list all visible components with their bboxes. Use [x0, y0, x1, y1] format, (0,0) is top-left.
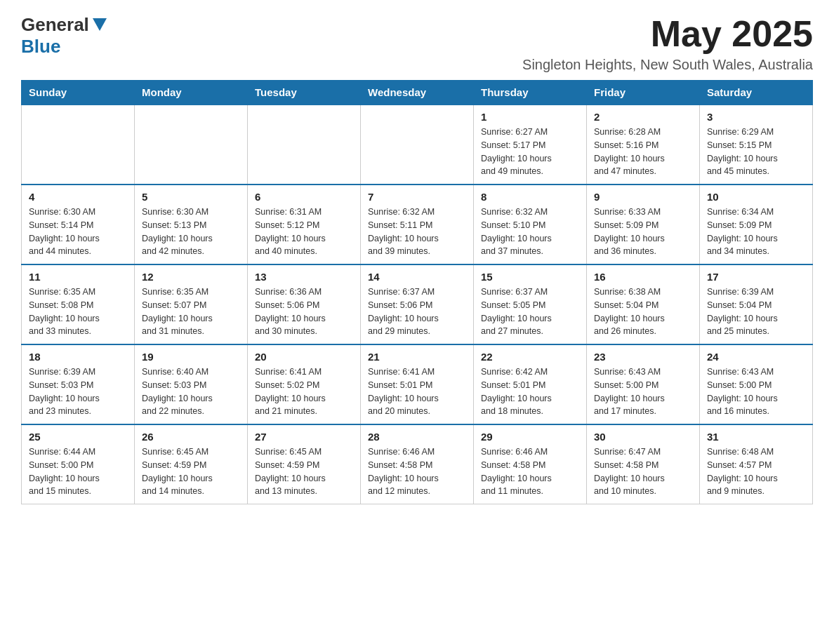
calendar-day-cell: 25Sunrise: 6:44 AMSunset: 5:00 PMDayligh… [22, 424, 135, 504]
calendar-day-cell: 5Sunrise: 6:30 AMSunset: 5:13 PMDaylight… [135, 185, 248, 264]
calendar-day-cell [361, 105, 474, 185]
calendar-day-cell: 24Sunrise: 6:43 AMSunset: 5:00 PMDayligh… [700, 344, 813, 424]
day-info: Sunrise: 6:35 AMSunset: 5:08 PMDaylight:… [29, 286, 127, 338]
calendar-week-row: 11Sunrise: 6:35 AMSunset: 5:08 PMDayligh… [22, 264, 813, 344]
day-info: Sunrise: 6:27 AMSunset: 5:17 PMDaylight:… [481, 126, 579, 178]
day-number: 14 [368, 271, 466, 283]
day-number: 8 [481, 191, 579, 203]
calendar-day-cell: 31Sunrise: 6:48 AMSunset: 4:57 PMDayligh… [700, 424, 813, 504]
day-number: 20 [255, 351, 353, 363]
calendar-day-cell: 28Sunrise: 6:46 AMSunset: 4:58 PMDayligh… [361, 424, 474, 504]
day-number: 29 [481, 431, 579, 443]
calendar-day-cell [248, 105, 361, 185]
calendar-week-row: 1Sunrise: 6:27 AMSunset: 5:17 PMDaylight… [22, 105, 813, 185]
calendar-day-cell: 7Sunrise: 6:32 AMSunset: 5:11 PMDaylight… [361, 185, 474, 264]
day-number: 6 [255, 191, 353, 203]
calendar-day-cell: 16Sunrise: 6:38 AMSunset: 5:04 PMDayligh… [587, 264, 700, 344]
day-info: Sunrise: 6:32 AMSunset: 5:10 PMDaylight:… [481, 206, 579, 258]
day-info: Sunrise: 6:42 AMSunset: 5:01 PMDaylight:… [481, 365, 579, 418]
day-of-week-header: Wednesday [361, 81, 474, 105]
day-info: Sunrise: 6:32 AMSunset: 5:11 PMDaylight:… [368, 206, 466, 258]
calendar-day-cell: 17Sunrise: 6:39 AMSunset: 5:04 PMDayligh… [700, 264, 813, 344]
day-info: Sunrise: 6:48 AMSunset: 4:57 PMDaylight:… [707, 445, 805, 498]
day-number: 25 [29, 431, 127, 443]
calendar-day-cell: 14Sunrise: 6:37 AMSunset: 5:06 PMDayligh… [361, 264, 474, 344]
title-area: May 2025 Singleton Heights, New South Wa… [522, 14, 813, 73]
calendar-day-cell: 26Sunrise: 6:45 AMSunset: 4:59 PMDayligh… [135, 424, 248, 504]
svg-marker-0 [93, 18, 107, 31]
calendar-day-cell: 3Sunrise: 6:29 AMSunset: 5:15 PMDaylight… [700, 105, 813, 185]
day-info: Sunrise: 6:40 AMSunset: 5:03 PMDaylight:… [142, 365, 240, 418]
calendar-day-cell [22, 105, 135, 185]
calendar-day-cell: 21Sunrise: 6:41 AMSunset: 5:01 PMDayligh… [361, 344, 474, 424]
day-info: Sunrise: 6:35 AMSunset: 5:07 PMDaylight:… [142, 286, 240, 338]
day-number: 17 [707, 271, 805, 283]
calendar-day-cell: 19Sunrise: 6:40 AMSunset: 5:03 PMDayligh… [135, 344, 248, 424]
day-number: 26 [142, 431, 240, 443]
day-of-week-header: Saturday [700, 81, 813, 105]
day-info: Sunrise: 6:28 AMSunset: 5:16 PMDaylight:… [594, 126, 692, 178]
day-info: Sunrise: 6:46 AMSunset: 4:58 PMDaylight:… [481, 445, 579, 498]
logo: General Blue [21, 14, 107, 58]
day-number: 23 [594, 351, 692, 363]
day-info: Sunrise: 6:45 AMSunset: 4:59 PMDaylight:… [255, 445, 353, 498]
calendar-day-cell: 4Sunrise: 6:30 AMSunset: 5:14 PMDaylight… [22, 185, 135, 264]
day-info: Sunrise: 6:37 AMSunset: 5:06 PMDaylight:… [368, 286, 466, 338]
calendar-week-row: 4Sunrise: 6:30 AMSunset: 5:14 PMDaylight… [22, 185, 813, 264]
day-info: Sunrise: 6:41 AMSunset: 5:02 PMDaylight:… [255, 365, 353, 418]
calendar-day-cell: 1Sunrise: 6:27 AMSunset: 5:17 PMDaylight… [474, 105, 587, 185]
calendar-day-cell: 30Sunrise: 6:47 AMSunset: 4:58 PMDayligh… [587, 424, 700, 504]
calendar-day-cell: 11Sunrise: 6:35 AMSunset: 5:08 PMDayligh… [22, 264, 135, 344]
day-info: Sunrise: 6:43 AMSunset: 5:00 PMDaylight:… [594, 365, 692, 418]
day-number: 31 [707, 431, 805, 443]
calendar-day-cell: 9Sunrise: 6:33 AMSunset: 5:09 PMDaylight… [587, 185, 700, 264]
day-number: 11 [29, 271, 127, 283]
day-of-week-header: Friday [587, 81, 700, 105]
calendar-day-cell: 2Sunrise: 6:28 AMSunset: 5:16 PMDaylight… [587, 105, 700, 185]
calendar-day-cell: 10Sunrise: 6:34 AMSunset: 5:09 PMDayligh… [700, 185, 813, 264]
day-number: 13 [255, 271, 353, 283]
day-number: 2 [594, 111, 692, 123]
day-number: 28 [368, 431, 466, 443]
day-number: 3 [707, 111, 805, 123]
month-title: May 2025 [522, 14, 813, 54]
day-number: 30 [594, 431, 692, 443]
day-info: Sunrise: 6:45 AMSunset: 4:59 PMDaylight:… [142, 445, 240, 498]
calendar-day-cell: 6Sunrise: 6:31 AMSunset: 5:12 PMDaylight… [248, 185, 361, 264]
logo-blue-text: Blue [21, 36, 60, 57]
day-info: Sunrise: 6:38 AMSunset: 5:04 PMDaylight:… [594, 286, 692, 338]
day-of-week-header: Thursday [474, 81, 587, 105]
day-of-week-header: Sunday [22, 81, 135, 105]
calendar-day-cell: 13Sunrise: 6:36 AMSunset: 5:06 PMDayligh… [248, 264, 361, 344]
day-number: 4 [29, 191, 127, 203]
calendar-day-cell: 23Sunrise: 6:43 AMSunset: 5:00 PMDayligh… [587, 344, 700, 424]
logo-general-text: General [21, 14, 89, 36]
logo-arrow-icon [93, 18, 107, 35]
day-number: 21 [368, 351, 466, 363]
day-info: Sunrise: 6:31 AMSunset: 5:12 PMDaylight:… [255, 206, 353, 258]
day-number: 10 [707, 191, 805, 203]
calendar-day-cell: 8Sunrise: 6:32 AMSunset: 5:10 PMDaylight… [474, 185, 587, 264]
calendar-day-cell: 22Sunrise: 6:42 AMSunset: 5:01 PMDayligh… [474, 344, 587, 424]
day-info: Sunrise: 6:37 AMSunset: 5:05 PMDaylight:… [481, 286, 579, 338]
day-info: Sunrise: 6:30 AMSunset: 5:14 PMDaylight:… [29, 206, 127, 258]
day-number: 22 [481, 351, 579, 363]
calendar-week-row: 25Sunrise: 6:44 AMSunset: 5:00 PMDayligh… [22, 424, 813, 504]
day-number: 12 [142, 271, 240, 283]
day-info: Sunrise: 6:36 AMSunset: 5:06 PMDaylight:… [255, 286, 353, 338]
calendar-day-cell [135, 105, 248, 185]
calendar-day-cell: 12Sunrise: 6:35 AMSunset: 5:07 PMDayligh… [135, 264, 248, 344]
calendar-table: SundayMondayTuesdayWednesdayThursdayFrid… [21, 80, 813, 504]
location-subtitle: Singleton Heights, New South Wales, Aust… [522, 57, 813, 73]
calendar-day-cell: 15Sunrise: 6:37 AMSunset: 5:05 PMDayligh… [474, 264, 587, 344]
day-number: 18 [29, 351, 127, 363]
day-info: Sunrise: 6:39 AMSunset: 5:04 PMDaylight:… [707, 286, 805, 338]
calendar-week-row: 18Sunrise: 6:39 AMSunset: 5:03 PMDayligh… [22, 344, 813, 424]
day-info: Sunrise: 6:29 AMSunset: 5:15 PMDaylight:… [707, 126, 805, 178]
day-number: 15 [481, 271, 579, 283]
day-number: 16 [594, 271, 692, 283]
day-info: Sunrise: 6:46 AMSunset: 4:58 PMDaylight:… [368, 445, 466, 498]
day-of-week-header: Tuesday [248, 81, 361, 105]
calendar-day-cell: 27Sunrise: 6:45 AMSunset: 4:59 PMDayligh… [248, 424, 361, 504]
day-info: Sunrise: 6:47 AMSunset: 4:58 PMDaylight:… [594, 445, 692, 498]
